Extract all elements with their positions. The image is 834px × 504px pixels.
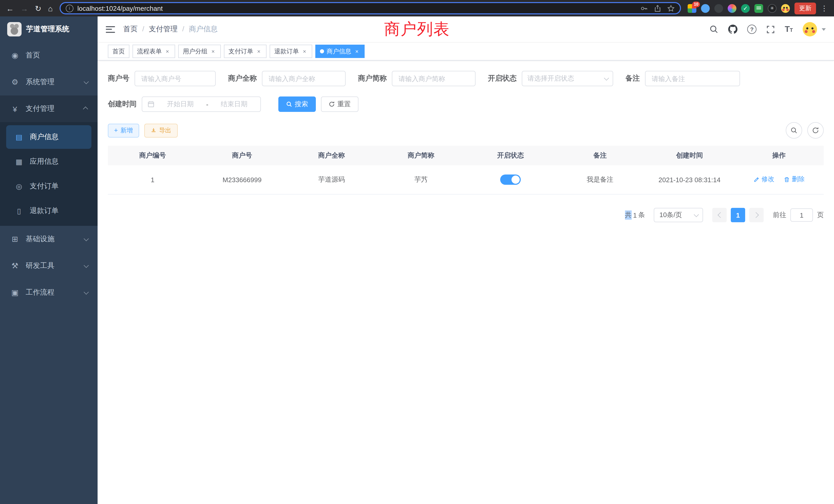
reset-button[interactable]: 重置	[321, 96, 358, 112]
filter-merchant-short-name: 商户简称	[358, 71, 476, 86]
tags-bar: 首页 流程表单 用户分组 支付订单 退款订单	[97, 43, 834, 61]
filter-label: 开启状态	[488, 74, 517, 83]
merchant-no-input[interactable]	[135, 71, 216, 86]
home-icon[interactable]	[48, 4, 53, 12]
app-logo[interactable]: 芋道管理系统	[0, 17, 97, 42]
edit-link[interactable]: 修改	[753, 175, 774, 184]
end-date-placeholder[interactable]: 结束日期	[213, 99, 255, 109]
total-count: 共 1 条	[625, 210, 646, 220]
sidebar-item-infrastructure[interactable]: ⊞ 基础设施	[0, 226, 97, 253]
avatar[interactable]	[803, 22, 817, 37]
breadcrumb-payment[interactable]: 支付管理	[138, 25, 178, 34]
github-icon[interactable]	[728, 25, 738, 34]
sidebar-item-merchant-info[interactable]: ▤ 商户信息	[6, 125, 91, 149]
col-short-name: 商户简称	[376, 146, 466, 165]
page-size-value: 10条/页	[659, 210, 682, 220]
delete-link-label: 删除	[792, 175, 805, 184]
status-toggle[interactable]	[500, 175, 521, 185]
chevron-left-icon	[718, 212, 723, 218]
bookmark-star-icon[interactable]	[667, 4, 675, 12]
next-page-button[interactable]	[749, 208, 764, 222]
cell-remark: 我是备注	[555, 165, 645, 194]
close-icon[interactable]	[164, 48, 171, 54]
merchant-full-name-input[interactable]	[262, 71, 346, 86]
font-size-icon[interactable]	[785, 25, 793, 34]
password-key-icon[interactable]	[640, 4, 648, 12]
fullscreen-icon[interactable]	[766, 25, 775, 33]
tab-user-group[interactable]: 用户分组	[178, 45, 221, 58]
search-button[interactable]: 搜索	[278, 96, 316, 112]
browser-menu-icon[interactable]	[821, 4, 828, 12]
merchant-short-name-input[interactable]	[392, 71, 476, 86]
prev-page-button[interactable]	[712, 208, 727, 222]
status-select[interactable]: 请选择开启状态	[522, 71, 613, 86]
navbar-actions	[709, 22, 826, 37]
sidebar-item-payment[interactable]: ¥ 支付管理	[0, 95, 97, 122]
extension-pinwheel-icon[interactable]	[768, 4, 776, 13]
col-actions: 操作	[734, 146, 824, 165]
url-text[interactable]: localhost:1024/pay/merchant	[77, 4, 636, 12]
site-info-icon[interactable]	[65, 4, 73, 12]
sidebar-item-home[interactable]: ◉ 首页	[0, 42, 97, 69]
tab-merchant-info[interactable]: 商户信息	[315, 45, 365, 58]
close-icon[interactable]	[354, 48, 360, 54]
remark-input[interactable]	[645, 71, 740, 86]
delete-link[interactable]: 删除	[784, 175, 805, 184]
tab-refund-order[interactable]: 退款订单	[270, 45, 312, 58]
sidebar-item-devtools[interactable]: ⚒ 研发工具	[0, 253, 97, 279]
extension-dark-icon[interactable]	[714, 4, 723, 13]
sidebar-item-app-info[interactable]: ▦ 应用信息	[6, 150, 91, 174]
browser-toolbar: localhost:1024/pay/merchant 10	[0, 0, 834, 17]
sidebar-item-label: 支付管理	[26, 104, 54, 113]
add-button[interactable]: 新增	[108, 123, 139, 137]
extension-avatar-icon[interactable]	[728, 4, 737, 13]
reload-icon[interactable]	[35, 4, 41, 12]
export-button[interactable]: 导出	[144, 123, 177, 137]
filter-label: 创建时间	[108, 99, 137, 109]
tab-pay-order[interactable]: 支付订单	[224, 45, 266, 58]
refresh-table-icon[interactable]	[807, 122, 824, 139]
goto-page-input[interactable]	[790, 208, 813, 222]
filter-label: 商户全称	[228, 74, 257, 83]
sidebar-item-workflow[interactable]: ▣ 工作流程	[0, 279, 97, 306]
hide-search-icon[interactable]	[786, 122, 802, 139]
forward-icon[interactable]	[21, 4, 28, 12]
update-button[interactable]: 更新	[794, 2, 816, 14]
chevron-right-icon	[753, 212, 759, 218]
download-icon	[150, 127, 156, 134]
date-range-picker[interactable]: 开始日期 - 结束日期	[142, 96, 261, 112]
close-icon[interactable]	[256, 48, 262, 54]
caret-down-icon[interactable]	[822, 28, 826, 30]
add-button-label: 新增	[120, 126, 133, 135]
grid-icon: ▦	[14, 158, 24, 166]
edit-link-label: 修改	[762, 175, 774, 184]
share-icon[interactable]	[654, 4, 661, 12]
extension-notes-icon[interactable]	[754, 4, 763, 13]
sidebar-item-refund-order[interactable]: ▯ 退款订单	[6, 199, 91, 223]
filter-remark: 备注	[626, 71, 740, 86]
start-date-placeholder[interactable]: 开始日期	[159, 99, 202, 109]
sidebar-item-label: 商户信息	[30, 132, 59, 142]
sidebar-item-pay-order[interactable]: ◎ 支付订单	[6, 175, 91, 198]
tab-process-form[interactable]: 流程表单	[132, 45, 175, 58]
address-bar[interactable]: localhost:1024/pay/merchant	[59, 2, 681, 14]
pagination: 共 1 条 10条/页 1 前往 页	[108, 208, 824, 222]
help-icon[interactable]	[747, 25, 756, 34]
sidebar-toggle-icon[interactable]	[106, 26, 115, 32]
extension-grid-icon[interactable]: 10	[688, 4, 696, 13]
tab-label: 支付订单	[228, 47, 253, 56]
page-1-button[interactable]: 1	[731, 208, 745, 222]
extension-face-icon[interactable]	[781, 4, 790, 13]
close-icon[interactable]	[210, 48, 216, 54]
monitor-icon: ⊞	[10, 234, 20, 244]
breadcrumb: 首页 支付管理 商户信息	[123, 25, 218, 34]
close-icon[interactable]	[302, 48, 308, 54]
extension-drop-icon[interactable]	[701, 4, 710, 13]
page-size-select[interactable]: 10条/页	[654, 208, 703, 222]
back-icon[interactable]	[6, 4, 14, 12]
breadcrumb-home[interactable]: 首页	[123, 25, 138, 34]
search-icon[interactable]	[709, 25, 719, 34]
extension-check-icon[interactable]	[741, 4, 750, 13]
sidebar-item-system[interactable]: ⚙ 系统管理	[0, 69, 97, 95]
tab-home[interactable]: 首页	[108, 45, 129, 58]
